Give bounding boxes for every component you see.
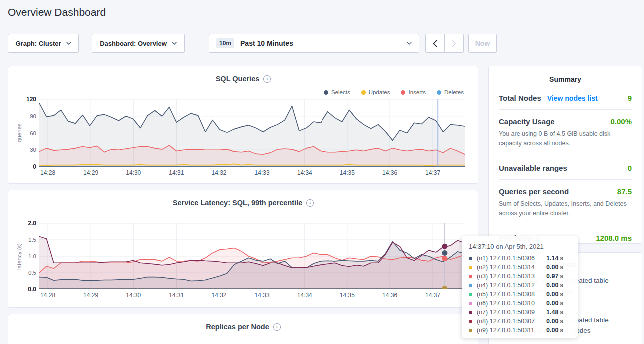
summary-title: Summary (489, 75, 642, 83)
latency-xticks: 14:2814:2914:3014:3114:3214:3314:3414:35… (39, 292, 465, 300)
summary-row-description: You are using 0 B of 4.5 GiB usable disk… (499, 129, 632, 149)
y-axis-tick: 0.0 (28, 286, 36, 293)
x-axis-tick: 14:34 (293, 292, 317, 299)
tooltip-node-unit: s (560, 291, 563, 298)
legend-dot-icon (361, 90, 366, 95)
summary-row: Capacity Usage0.00%You are using 0 B of … (499, 110, 632, 156)
tooltip-node-unit: s (560, 309, 563, 316)
sql-queries-panel: SQL Queries i SelectsUpdatesInsertsDelet… (8, 66, 478, 184)
latency-yticks: 0.00.51.01.52.0 (8, 223, 36, 289)
tooltip-node-value: 0.00 (546, 327, 558, 334)
chevron-down-icon (66, 42, 71, 45)
time-range-selector[interactable]: 10m Past 10 Minutes (209, 34, 419, 53)
legend-item-updates[interactable]: Updates (361, 89, 390, 95)
y-axis-tick: 1.0 (28, 253, 36, 259)
tooltip-node-label: (n9) 127.0.0.1:50311 (477, 327, 546, 334)
tooltip-rows: (n1) 127.0.0.1:503061.14s(n2) 127.0.0.1:… (469, 254, 571, 335)
x-axis-tick: 14:35 (335, 292, 359, 299)
x-axis-tick: 14:28 (36, 292, 60, 299)
now-button-label: Now (475, 39, 490, 47)
x-axis-tick: 14:37 (421, 169, 445, 176)
graph-dropdown-label: Graph: Cluster (15, 40, 61, 47)
tooltip-node-unit: s (560, 255, 563, 262)
tooltip-node-label: (n7) 127.0.0.1:50309 (477, 309, 546, 316)
x-axis-tick: 14:31 (164, 292, 188, 299)
replicas-per-node-panel: Replicas per Node i (8, 314, 478, 344)
tooltip-node-row: (n6) 127.0.0.1:503100.00s (469, 299, 571, 308)
view-nodes-list-link[interactable]: View nodes list (547, 94, 598, 102)
summary-row-line: Total NodesView nodes list9 (499, 94, 632, 102)
x-axis-tick: 14:32 (207, 292, 231, 299)
summary-row-line: Unavailable ranges0 (499, 164, 632, 172)
summary-row-label: Total Nodes (499, 94, 541, 102)
tooltip-node-label: (n2) 127.0.0.1:50314 (477, 264, 546, 271)
y-axis-tick: 2.0 (28, 220, 36, 227)
overview-dashboard-page: Overview Dashboard Graph: Cluster Dashbo… (0, 0, 644, 344)
graph-dropdown[interactable]: Graph: Cluster (8, 34, 79, 53)
x-axis-tick: 14:28 (36, 169, 60, 176)
x-axis-tick: 14:30 (121, 292, 145, 299)
chevron-down-icon (407, 42, 412, 45)
toolbar-divider (197, 32, 197, 54)
summary-row-label: Unavailable ranges (499, 164, 567, 172)
chevron-down-icon (172, 42, 177, 45)
info-icon[interactable]: i (263, 75, 271, 83)
node-series-dot-icon (469, 329, 472, 332)
summary-row-value: 1208.0 ms (596, 234, 632, 242)
node-series-dot-icon (469, 257, 472, 260)
summary-row-label: Queries per second (499, 187, 569, 196)
node-series-dot-icon (469, 320, 472, 323)
dashboard-dropdown[interactable]: Dashboard: Overview (92, 34, 185, 53)
time-range-badge: 10m (216, 38, 234, 48)
tooltip-node-row: (n4) 127.0.0.1:503120.00s (469, 281, 571, 290)
info-icon[interactable]: i (306, 199, 314, 207)
x-axis-tick: 14:37 (421, 292, 445, 299)
x-axis-tick: 14:33 (250, 169, 274, 176)
tooltip-node-value: 0.00 (546, 282, 558, 289)
tooltip-node-label: (n8) 127.0.0.1:50307 (477, 318, 546, 325)
tooltip-node-row: (n7) 127.0.0.1:503091.48s (469, 308, 571, 317)
x-axis-tick: 14:33 (250, 292, 274, 299)
tooltip-node-value: 1.14 (546, 255, 558, 262)
time-next-button[interactable] (444, 34, 463, 52)
sql-yticks: 0306090120 (8, 99, 36, 167)
tooltip-node-unit: s (560, 282, 563, 289)
summary-row: Unavailable ranges0 (499, 156, 632, 180)
summary-row-description: Sum of Selects, Updates, Inserts, and De… (499, 199, 632, 219)
y-axis-tick: 60 (30, 130, 36, 136)
node-series-dot-icon (469, 284, 472, 287)
summary-row: Total NodesView nodes list9 (499, 86, 632, 110)
service-latency-panel: Service Latency: SQL, 99th percentile i … (8, 190, 478, 308)
sql-plot-svg[interactable] (39, 99, 465, 167)
info-icon[interactable]: i (273, 323, 281, 331)
latency-plot-svg[interactable] (39, 223, 465, 289)
x-axis-tick: 14:36 (378, 169, 402, 176)
y-axis-tick: 90 (30, 113, 36, 119)
now-button[interactable]: Now (468, 34, 497, 53)
legend-label: Deletes (444, 89, 464, 95)
x-axis-tick: 14:29 (79, 292, 103, 299)
summary-rows: Total NodesView nodes list9Capacity Usag… (499, 86, 632, 249)
dashboard-dropdown-label: Dashboard: Overview (100, 40, 167, 47)
tooltip-node-label: (n4) 127.0.0.1:50312 (477, 282, 546, 289)
summary-panel: Summary Total NodesView nodes list9Capac… (488, 66, 642, 244)
y-axis-tick: 120 (26, 96, 36, 103)
tooltip-node-row: (n3) 127.0.0.1:503130.97s (469, 272, 571, 281)
tooltip-node-unit: s (560, 300, 563, 307)
tooltip-node-row: (n5) 127.0.0.1:503080.00s (469, 290, 571, 299)
node-series-dot-icon (469, 275, 472, 278)
time-range-label: Past 10 Minutes (240, 39, 293, 47)
legend-item-deletes[interactable]: Deletes (437, 89, 464, 95)
tooltip-node-unit: s (560, 273, 563, 280)
time-nav-group (425, 34, 464, 53)
tooltip-node-unit: s (560, 318, 563, 325)
tooltip-node-label: (n3) 127.0.0.1:50313 (477, 273, 546, 280)
time-prev-button[interactable] (426, 34, 444, 52)
x-axis-tick: 14:36 (378, 292, 402, 299)
legend-item-selects[interactable]: Selects (324, 89, 350, 95)
legend-label: Updates (369, 89, 390, 95)
legend-item-inserts[interactable]: Inserts (401, 89, 426, 95)
y-axis-tick: 30 (30, 147, 36, 153)
tooltip-node-value: 0.00 (546, 291, 558, 298)
summary-row-value: 0 (628, 164, 632, 172)
